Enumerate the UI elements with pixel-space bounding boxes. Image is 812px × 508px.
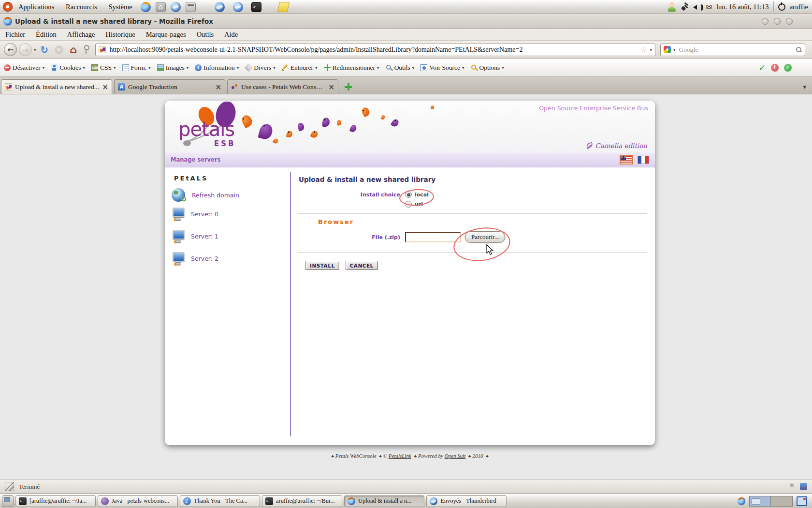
media-player-icon — [183, 497, 191, 505]
history-dropdown-icon[interactable] — [34, 47, 36, 52]
ok-badge-icon[interactable] — [784, 64, 792, 72]
devbar-information[interactable]: Information — [195, 64, 239, 72]
web-launcher-icon[interactable] — [233, 2, 243, 12]
minimize-button[interactable] — [762, 18, 768, 25]
english-flag-icon[interactable] — [620, 155, 633, 164]
radio-local-label[interactable]: local — [415, 192, 429, 198]
devbar-divers[interactable]: Divers — [245, 64, 276, 72]
taskbar-window-terminal-1[interactable]: [aruffie@aruffie: ~/Ja... — [15, 495, 96, 507]
devbar-redimensionner[interactable]: Redimensionner — [324, 64, 379, 72]
keyring-icon[interactable] — [83, 44, 89, 56]
sidebar-item-server-0[interactable]: Server: 0 — [172, 208, 218, 221]
french-flag-icon[interactable] — [638, 156, 649, 164]
home-folder-icon[interactable] — [156, 2, 166, 12]
taskbar-window-firefox[interactable]: Upload & install a n... — [344, 495, 424, 507]
menu-raccourcis[interactable]: Raccourcis — [60, 3, 102, 11]
error-badge-icon[interactable] — [771, 64, 779, 72]
file-manager-icon[interactable] — [186, 2, 196, 12]
petalslink-link[interactable]: PetalsLink — [389, 453, 411, 459]
devbar-options[interactable]: Options — [471, 64, 504, 72]
network-icon[interactable] — [681, 3, 689, 11]
radio-local[interactable] — [405, 191, 412, 198]
menu-edition[interactable]: Édition — [30, 30, 62, 39]
close-tab-icon[interactable] — [215, 83, 221, 91]
workspace-1[interactable] — [750, 496, 771, 506]
menu-affichage[interactable]: Affichage — [62, 30, 101, 39]
close-tab-icon[interactable] — [102, 83, 108, 91]
devbar-css[interactable]: CSS — [91, 64, 116, 72]
devbar-outils[interactable]: Outils — [386, 64, 415, 72]
sidebar-item-server-2[interactable]: Server: 2 — [172, 252, 218, 265]
clock[interactable]: lun. 16 août, 11:13 — [716, 3, 769, 11]
maximize-button[interactable] — [774, 18, 781, 25]
firefox-tray-icon[interactable] — [738, 497, 745, 505]
firefox-launcher-icon[interactable] — [141, 2, 151, 12]
reload-button[interactable] — [38, 43, 51, 56]
devbar-images[interactable]: Images — [157, 64, 189, 72]
url-input[interactable] — [109, 45, 638, 54]
workspace-2[interactable] — [771, 496, 792, 506]
bookmark-star-icon[interactable] — [640, 45, 647, 54]
radio-url-label[interactable]: url — [415, 201, 423, 208]
menu-historique[interactable]: Historique — [100, 30, 140, 39]
menu-aide[interactable]: Aide — [219, 30, 243, 39]
close-tab-icon[interactable] — [328, 83, 334, 91]
browser-launcher-icon[interactable] — [171, 2, 181, 12]
volume-icon[interactable] — [693, 3, 701, 11]
tab-google-traduction[interactable]: Google Traduction — [114, 79, 225, 94]
extension-icon[interactable] — [790, 484, 794, 489]
tab-upload-install[interactable]: Upload & install a new shared... — [1, 79, 112, 94]
devbar-voir-source[interactable]: Voir Source — [420, 64, 464, 72]
app-status-icon[interactable] — [800, 483, 807, 490]
thunderbird-launcher-icon[interactable] — [215, 2, 225, 12]
notes-launcher-icon[interactable] — [277, 2, 289, 12]
display-tray-icon[interactable] — [797, 496, 807, 506]
file-zip-input[interactable] — [405, 232, 461, 242]
search-engine-dropdown-icon[interactable] — [673, 47, 676, 52]
devbar-form[interactable]: Form. — [122, 64, 151, 72]
devbar-cookies[interactable]: Cookies — [51, 64, 85, 72]
taskbar-window-media[interactable]: Thank You - The Ca... — [180, 495, 260, 507]
sidebar-item-server-1[interactable]: Server: 1 — [172, 230, 218, 243]
menu-systeme[interactable]: Système — [103, 3, 138, 11]
menu-outils[interactable]: Outils — [191, 30, 219, 39]
install-button[interactable]: INSTALL — [305, 261, 339, 270]
list-all-tabs-icon[interactable] — [803, 83, 806, 90]
stop-button[interactable] — [53, 43, 65, 56]
url-bar[interactable] — [95, 44, 655, 56]
disable-icon — [4, 64, 11, 71]
show-desktop-icon[interactable] — [2, 495, 14, 507]
home-button[interactable] — [67, 43, 80, 56]
menu-applications[interactable]: Applications — [13, 3, 60, 11]
devbar-entourer[interactable]: Entourer — [282, 64, 318, 72]
search-input[interactable] — [678, 45, 793, 54]
valid-check-icon[interactable] — [759, 63, 766, 73]
menu-fichier[interactable]: Fichier — [0, 30, 30, 39]
new-tab-button[interactable] — [344, 83, 352, 91]
back-button[interactable] — [4, 43, 17, 56]
taskbar-window-terminal-2[interactable]: aruffie@aruffie: ~/Bur... — [262, 495, 342, 507]
session-user[interactable]: aruffie — [790, 3, 808, 11]
radio-url[interactable] — [405, 201, 412, 208]
devbar-desactiver[interactable]: Désactiver — [4, 64, 44, 72]
ubuntu-logo-icon[interactable] — [3, 2, 13, 12]
manage-servers-link[interactable]: Manage servers — [171, 156, 220, 163]
url-dropdown-icon[interactable] — [650, 47, 652, 52]
user-avatar-icon[interactable] — [667, 2, 677, 12]
close-button[interactable] — [786, 18, 793, 25]
browse-button[interactable]: Parcourir... — [465, 231, 505, 243]
search-icon[interactable] — [796, 46, 802, 53]
tab-use-cases[interactable]: Use cases - Petals Web Consol... — [227, 79, 338, 94]
cancel-button[interactable]: CANCEL — [346, 261, 378, 270]
sidebar-item-refresh-domain[interactable]: Refresh domain — [172, 188, 239, 202]
menu-marque-pages[interactable]: Marque-pages — [141, 30, 191, 39]
terminal-launcher-icon[interactable] — [251, 2, 261, 12]
opensuit-link[interactable]: Open Suit — [445, 453, 466, 459]
mail-icon[interactable] — [706, 2, 712, 11]
search-bar[interactable] — [660, 44, 805, 56]
power-icon[interactable] — [778, 3, 785, 11]
notes-grip-icon[interactable] — [5, 482, 14, 491]
taskbar-window-java[interactable]: Java - petals-webcons... — [98, 495, 178, 507]
forward-button[interactable] — [19, 43, 32, 56]
taskbar-window-thunderbird[interactable]: Envoyés - Thunderbird — [426, 495, 507, 507]
